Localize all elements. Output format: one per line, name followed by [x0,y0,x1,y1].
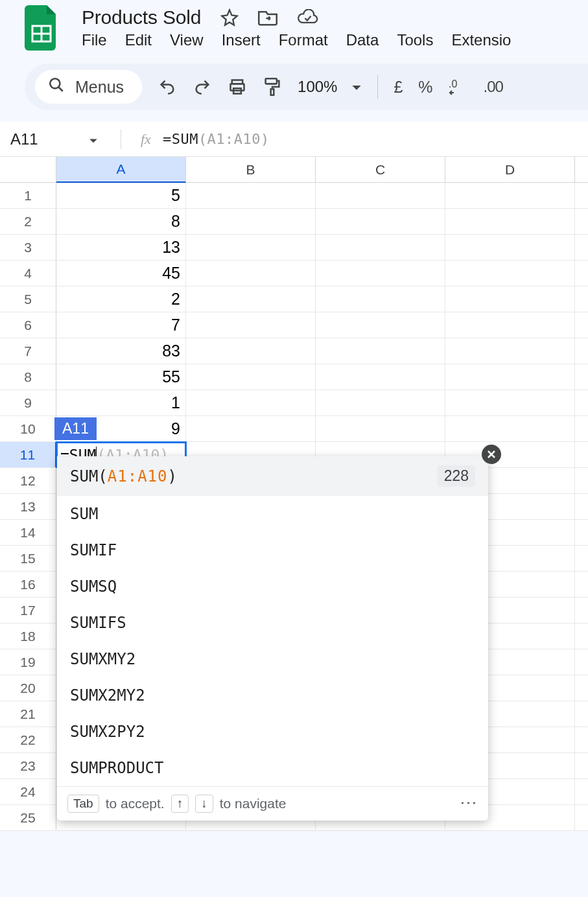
row-header[interactable]: 3 [0,235,56,260]
autocomplete-item-first[interactable]: SUM(A1:A10) 228 [57,456,488,496]
cell[interactable] [186,364,316,390]
currency-button[interactable]: £ [394,78,403,97]
row-header[interactable]: 24 [0,779,56,804]
cell[interactable]: 5 [56,183,186,208]
autocomplete-item[interactable]: SUM [57,496,488,532]
cell[interactable] [186,209,316,234]
row-header[interactable]: 7 [0,338,56,364]
row-header[interactable]: 2 [0,209,56,234]
cell[interactable] [445,416,575,441]
column-header-a[interactable]: A [56,157,186,183]
row-header[interactable]: 19 [0,649,56,675]
cell[interactable] [445,261,575,286]
star-icon[interactable] [220,8,239,27]
cell[interactable] [445,364,575,390]
select-all-corner[interactable] [0,157,56,182]
cell[interactable] [316,390,445,415]
cell[interactable] [316,209,445,234]
print-icon[interactable] [228,77,247,97]
row-header[interactable]: 15 [0,546,56,571]
row-header[interactable]: 25 [0,805,56,830]
undo-icon[interactable] [158,77,177,97]
menu-data[interactable]: Data [346,31,379,49]
cell[interactable] [316,312,445,338]
formula-input[interactable]: =SUM(A1:A10) [163,131,270,147]
cell[interactable] [316,261,445,286]
menu-tools[interactable]: Tools [397,31,433,49]
row-header[interactable]: 5 [0,286,56,312]
name-box[interactable]: A11 [10,130,121,148]
column-header-d[interactable]: D [445,157,575,182]
chevron-down-icon[interactable] [351,78,362,96]
more-icon[interactable]: ⋮ [466,795,471,813]
cell[interactable] [186,286,316,312]
cell[interactable] [186,390,316,415]
column-header-c[interactable]: C [316,157,445,182]
row-header[interactable]: 18 [0,623,56,649]
zoom-level[interactable]: 100% [298,78,337,96]
row-header[interactable]: 17 [0,598,56,623]
cell[interactable]: 1 [56,390,186,415]
cloud-saved-icon[interactable] [297,9,319,26]
row-header[interactable]: 1 [0,183,56,208]
row-header[interactable]: 12 [0,468,56,493]
cell[interactable]: 55 [56,364,186,390]
cell[interactable] [445,183,575,208]
cell[interactable]: 45 [56,261,186,286]
cell[interactable] [186,235,316,260]
autocomplete-item[interactable]: SUMIFS [57,605,488,641]
cell[interactable]: 7 [56,312,186,338]
row-header[interactable]: 6 [0,312,56,338]
cell[interactable] [445,390,575,415]
cell[interactable] [445,235,575,260]
cell[interactable]: 83 [56,338,186,364]
menu-format[interactable]: Format [279,31,328,49]
menu-file[interactable]: File [82,31,107,49]
cell[interactable] [186,183,316,208]
row-header[interactable]: 9 [0,390,56,415]
autocomplete-item[interactable]: SUMX2PY2 [57,714,488,750]
redo-icon[interactable] [193,77,212,97]
row-header[interactable]: 21 [0,701,56,727]
percent-button[interactable]: % [418,78,432,97]
cell[interactable] [316,286,445,312]
close-icon[interactable] [482,445,501,464]
autocomplete-item[interactable]: SUMXMY2 [57,641,488,677]
cell[interactable] [316,183,445,208]
menu-view[interactable]: View [170,31,204,49]
autocomplete-item[interactable]: SUMPRODUCT [57,750,488,786]
increase-decimal-icon[interactable]: .00 [484,78,503,96]
cell[interactable]: 13 [56,235,186,260]
row-header[interactable]: 8 [0,364,56,390]
cell[interactable] [316,416,445,441]
cell[interactable] [445,286,575,312]
menus-search[interactable]: Menus [35,70,142,104]
cell[interactable] [186,416,316,441]
row-header[interactable]: 20 [0,675,56,701]
row-header[interactable]: 14 [0,520,56,545]
cell[interactable] [316,235,445,260]
column-header-b[interactable]: B [186,157,316,182]
autocomplete-item[interactable]: SUMX2MY2 [57,677,488,714]
cell[interactable] [186,338,316,364]
menu-insert[interactable]: Insert [222,31,261,49]
document-title[interactable]: Products Sold [82,6,201,29]
cell[interactable] [316,338,445,364]
autocomplete-item[interactable]: SUMSQ [57,568,488,605]
cell[interactable]: 2 [56,286,186,312]
cell[interactable] [316,364,445,390]
autocomplete-item[interactable]: SUMIF [57,532,488,568]
move-folder-icon[interactable] [258,9,277,26]
row-header[interactable]: 22 [0,727,56,752]
cell[interactable] [445,338,575,364]
cell[interactable] [186,312,316,338]
row-header[interactable]: 10 [0,416,56,441]
row-header[interactable]: 4 [0,261,56,286]
row-header[interactable]: 16 [0,572,56,597]
row-header[interactable]: 11 [0,442,56,467]
menu-edit[interactable]: Edit [125,31,152,49]
cell[interactable] [186,261,316,286]
menu-extensions[interactable]: Extensio [451,31,511,49]
cell[interactable] [445,209,575,234]
paint-format-icon[interactable] [263,77,282,97]
